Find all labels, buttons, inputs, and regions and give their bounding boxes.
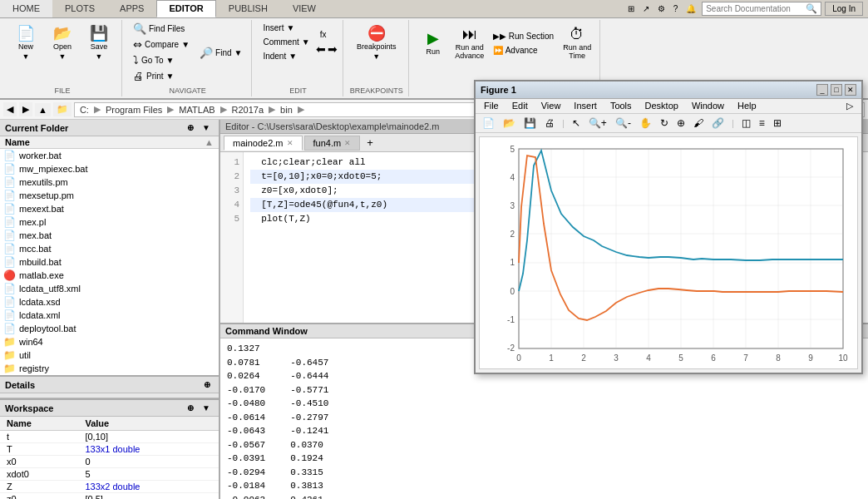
fig-menu-desktop[interactable]: Desktop <box>640 100 683 112</box>
file-item[interactable]: 📄mbuild.bat <box>0 255 219 269</box>
icon-btn-4[interactable]: ? <box>671 3 681 14</box>
fig-save-icon[interactable]: 💾 <box>520 116 540 131</box>
file-item[interactable]: 📄mex.bat <box>0 229 219 242</box>
fig-menu-tools[interactable]: Tools <box>605 100 637 112</box>
ws-var-link[interactable]: 133x2 double <box>85 482 140 492</box>
find-button[interactable]: 🔎 Find ▼ <box>195 46 246 60</box>
fig-menu-file[interactable]: File <box>479 100 504 112</box>
forward-button[interactable]: ▶ <box>19 102 32 116</box>
fig-menu-window[interactable]: Window <box>687 100 729 112</box>
figure-minimize-button[interactable]: _ <box>816 84 828 96</box>
file-item[interactable]: 📁win64 <box>0 335 219 348</box>
icon-btn-5[interactable]: 🔔 <box>683 3 698 14</box>
login-button[interactable]: Log In <box>825 2 863 16</box>
fig-link-icon[interactable]: 🔗 <box>708 116 727 131</box>
file-item[interactable]: 📄deploytool.bat <box>0 322 219 335</box>
fx-button[interactable]: fx <box>316 28 338 41</box>
file-item[interactable]: 📄mex.pl <box>0 215 219 229</box>
workspace-expand-icon[interactable]: ⊕ <box>184 402 197 414</box>
folder-options-icon[interactable]: ▼ <box>199 121 214 134</box>
tab-mainode2-close[interactable]: ✕ <box>287 139 293 147</box>
search-input[interactable] <box>706 4 806 13</box>
ws-var-link[interactable]: 133x1 double <box>85 444 140 454</box>
folder-expand-icon[interactable]: ⊕ <box>184 121 197 134</box>
tab-view[interactable]: VIEW <box>280 0 328 17</box>
file-item[interactable]: 📄mcc.bat <box>0 242 219 255</box>
tab-mainode2[interactable]: mainode2.m ✕ <box>224 136 303 151</box>
fig-legend-icon[interactable]: ≡ <box>756 116 768 131</box>
breadcrumb-programfiles[interactable]: Program Files <box>106 105 162 115</box>
workspace-row[interactable]: z0[0,5] <box>0 493 219 500</box>
fig-print-icon[interactable]: 🖨 <box>541 116 558 131</box>
run-time-button[interactable]: ⏱ Run andTime <box>560 22 594 65</box>
save-button[interactable]: 💾 Save ▼ <box>81 22 116 65</box>
add-tab-button[interactable]: + <box>362 135 378 151</box>
print-button[interactable]: 🖨 Print ▼ <box>129 69 194 83</box>
browse-button[interactable]: 📁 <box>53 102 72 116</box>
back-button[interactable]: ◀ <box>3 102 17 116</box>
file-item[interactable]: 📄mexsetup.pm <box>0 189 219 202</box>
up-button[interactable]: ▲ <box>35 103 51 116</box>
workspace-row[interactable]: t[0,10] <box>0 431 219 443</box>
file-item[interactable]: 🔴matlab.exe <box>0 269 219 282</box>
fig-datacursor-icon[interactable]: ⊕ <box>673 116 688 131</box>
indent-button[interactable]: Indent ▼ <box>259 50 313 62</box>
advance-button[interactable]: ⏩ Advance <box>489 44 558 57</box>
file-item[interactable]: 📄mw_mpiexec.bat <box>0 162 219 175</box>
breadcrumb-matlab[interactable]: MATLAB <box>179 105 215 115</box>
tab-publish[interactable]: PUBLISH <box>216 0 280 17</box>
fig-new-icon[interactable]: 📄 <box>479 116 498 131</box>
fig-cursor-icon[interactable]: ↖ <box>569 116 584 131</box>
fig-menu-help[interactable]: Help <box>732 100 762 112</box>
search-box[interactable]: 🔍 <box>702 2 821 16</box>
icon-btn-3[interactable]: ⚙ <box>655 3 668 14</box>
open-button[interactable]: 📂 Open ▼ <box>45 22 80 65</box>
fig-pan-icon[interactable]: ✋ <box>636 116 655 131</box>
fig-colorbar-icon[interactable]: ◫ <box>738 116 754 131</box>
workspace-row[interactable]: T133x1 double <box>0 443 219 456</box>
breadcrumb-c[interactable]: C: <box>80 105 89 115</box>
file-item[interactable]: 📁registry <box>0 362 219 375</box>
tab-home[interactable]: HOME <box>0 0 52 17</box>
fig-menu-insert[interactable]: Insert <box>569 100 602 112</box>
decrease-indent-icon[interactable]: ⬅ <box>316 42 326 56</box>
workspace-row[interactable]: xdot05 <box>0 468 219 481</box>
tab-fun4-close[interactable]: ✕ <box>344 139 351 147</box>
fig-grid-icon[interactable]: ⊞ <box>770 116 785 131</box>
find-files-button[interactable]: 🔍 Find Files <box>129 22 194 36</box>
fig-brush-icon[interactable]: 🖌 <box>690 116 707 131</box>
run-button[interactable]: ▶ Run <box>416 22 451 65</box>
file-item[interactable]: 📄mexext.bat <box>0 202 219 215</box>
fig-open-icon[interactable]: 📂 <box>500 116 519 131</box>
fig-menu-view[interactable]: View <box>536 100 566 112</box>
goto-button[interactable]: ⤵ Go To ▼ <box>129 53 194 67</box>
workspace-row[interactable]: Z133x2 double <box>0 481 219 493</box>
file-item[interactable]: 📄lcdata_utf8.xml <box>0 282 219 295</box>
icon-btn-2[interactable]: ↗ <box>640 3 652 14</box>
file-item[interactable]: 📄lcdata.xsd <box>0 295 219 309</box>
figure-close-button[interactable]: ✕ <box>845 84 856 96</box>
file-item[interactable]: 📁util <box>0 348 219 362</box>
fig-rotate-icon[interactable]: ↻ <box>657 116 672 131</box>
figure-maximize-button[interactable]: □ <box>831 84 842 96</box>
comment-button[interactable]: Comment ▼ <box>259 36 313 48</box>
tab-plots[interactable]: PLOTS <box>52 0 107 17</box>
ws-var-value[interactable]: 133x1 double <box>78 443 219 456</box>
workspace-row[interactable]: x00 <box>0 456 219 468</box>
fig-zoom-in-icon[interactable]: 🔍+ <box>585 116 610 131</box>
breadcrumb-bin[interactable]: bin <box>280 105 293 115</box>
details-expand-icon[interactable]: ⊕ <box>200 378 214 391</box>
breadcrumb-r2017a[interactable]: R2017a <box>232 105 264 115</box>
tab-fun4[interactable]: fun4.m ✕ <box>304 136 361 151</box>
breakpoints-button[interactable]: ⛔ Breakpoints ▼ <box>359 22 394 65</box>
fig-menu-edit[interactable]: Edit <box>507 100 533 112</box>
file-item[interactable]: 📄mexutils.pm <box>0 175 219 189</box>
ws-var-value[interactable]: 133x2 double <box>78 481 219 493</box>
file-item[interactable]: 📄worker.bat <box>0 149 219 162</box>
increase-indent-icon[interactable]: ➡ <box>328 42 338 56</box>
fig-help-arrow[interactable]: ▷ <box>841 100 858 112</box>
fig-zoom-out-icon[interactable]: 🔍- <box>612 116 634 131</box>
run-advance-button[interactable]: ⏭ Run and Advance <box>452 22 487 65</box>
folder-col-sort[interactable]: ▲ <box>205 137 214 147</box>
file-item[interactable]: 📄lcdata.xml <box>0 309 219 322</box>
